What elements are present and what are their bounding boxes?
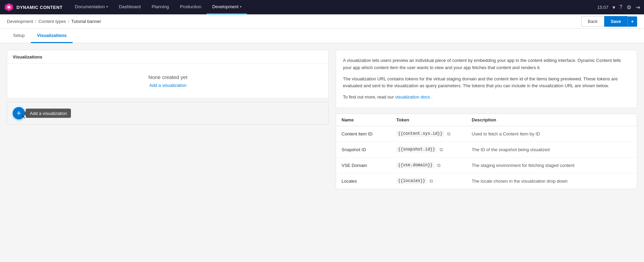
breadcrumb-development[interactable]: Development [7, 19, 33, 24]
nav-documentation[interactable]: Documentation ▾ [70, 0, 113, 14]
table-row: Content item ID {{content.sys.id}} ⧉ Use… [336, 126, 637, 142]
col-description-header: Description [472, 117, 631, 122]
visualizations-card-header: Visualizations [7, 50, 329, 64]
logo-icon [4, 2, 14, 12]
copy-icon-snapshot-id[interactable]: ⧉ [439, 146, 444, 153]
chevron-down-icon: ▾ [240, 5, 242, 9]
token-name-locales: Locales [342, 179, 396, 184]
token-name-vse-domain: VSE Domain [342, 163, 396, 168]
main-content: Visualizations None created yet Add a vi… [0, 43, 644, 261]
nav-development[interactable]: Development ▾ [207, 0, 247, 14]
token-table-header: Name Token Description [336, 114, 637, 126]
nav-items: Documentation ▾ Dashboard Planning Produ… [70, 0, 597, 14]
col-token-header: Token [396, 117, 472, 122]
right-panel: A visualization lets users preview an in… [336, 50, 637, 254]
save-dropdown-button[interactable]: ▾ [628, 16, 637, 27]
table-row: Locales {{locales}} ⧉ The locale chosen … [336, 173, 637, 189]
token-code-content-item-id: {{content.sys.id}} [396, 131, 444, 137]
back-button[interactable]: Back [581, 16, 604, 27]
tab-visualizations[interactable]: Visualizations [31, 29, 73, 43]
save-button[interactable]: Save [604, 16, 628, 27]
nav-right-area: 15:07 ▾ ? ⚙ ⇥ [597, 4, 640, 11]
add-visualization-fab-button[interactable]: + ↖ [13, 107, 25, 119]
left-panel: Visualizations None created yet Add a vi… [7, 50, 329, 254]
cursor-indicator: ↖ [21, 114, 26, 120]
token-value-cell-snapshot-id: {{snapshot.id}} ⧉ [396, 146, 472, 153]
breadcrumb-actions: Back Save ▾ [581, 16, 637, 27]
nav-time: 15:07 [597, 5, 609, 10]
token-value-cell-vse-domain: {{vse.domain}} ⧉ [396, 162, 472, 169]
breadcrumb-current: Tutorial banner [71, 19, 101, 24]
table-row: Snapshot ID {{snapshot.id}} ⧉ The ID of … [336, 142, 637, 158]
none-created-text: None created yet [13, 74, 323, 80]
nav-planning[interactable]: Planning [146, 0, 175, 14]
token-code-locales: {{locales}} [396, 178, 427, 184]
tab-row: Setup Visualizations [0, 29, 644, 43]
token-value-cell-locales: {{locales}} ⧉ [396, 178, 472, 185]
token-desc-locales: The locale chosen in the visualization d… [472, 179, 631, 184]
top-navigation: DYNAMIC CONTENT Documentation ▾ Dashboar… [0, 0, 644, 14]
bottom-bar: + ↖ Add a visualization [7, 102, 329, 125]
breadcrumb-content-types[interactable]: Content types [38, 19, 66, 24]
token-code-snapshot-id: {{snapshot.id}} [396, 146, 437, 153]
help-icon[interactable]: ? [619, 4, 622, 10]
logo-area[interactable]: DYNAMIC CONTENT [4, 2, 63, 12]
token-name-content-item-id: Content item ID [342, 131, 396, 136]
breadcrumb-sep-2: / [68, 19, 69, 24]
info-paragraph-2: The visualization URL contains tokens fo… [343, 76, 630, 90]
token-desc-vse-domain: The staging environment for fetching sta… [472, 163, 631, 168]
info-card: A visualization lets users preview an in… [336, 50, 637, 108]
add-visualization-link[interactable]: Add a visualization [149, 83, 186, 88]
info-paragraph-3: To find out more, read our visualization… [343, 94, 630, 101]
user-account-icon[interactable]: ⇥ [635, 4, 640, 11]
copy-icon-content-item-id[interactable]: ⧉ [446, 130, 451, 137]
token-code-vse-domain: {{vse.domain}} [396, 162, 434, 168]
copy-icon-locales[interactable]: ⧉ [429, 178, 434, 185]
chevron-down-icon: ▾ [106, 5, 108, 9]
token-desc-content-item-id: Used to fetch a Content Item by ID [472, 131, 631, 136]
logo-text: DYNAMIC CONTENT [16, 5, 63, 10]
col-name-header: Name [342, 117, 396, 122]
token-name-snapshot-id: Snapshot ID [342, 147, 396, 152]
visualization-docs-link[interactable]: visualization docs [395, 94, 430, 100]
token-table: Name Token Description Content item ID {… [336, 114, 637, 189]
token-desc-snapshot-id: The ID of the snapshot being visualized [472, 147, 631, 152]
visualizations-card: Visualizations None created yet Add a vi… [7, 50, 329, 99]
breadcrumb-sep-1: / [35, 19, 37, 24]
visualizations-card-body: None created yet Add a visualization [7, 64, 329, 98]
settings-icon[interactable]: ⚙ [627, 4, 631, 11]
nav-production[interactable]: Production [174, 0, 207, 14]
plus-icon: + [17, 109, 21, 117]
nav-dashboard[interactable]: Dashboard [113, 0, 146, 14]
token-value-cell-content-item-id: {{content.sys.id}} ⧉ [396, 130, 472, 137]
copy-icon-vse-domain[interactable]: ⧉ [436, 162, 441, 169]
add-visualization-tooltip: Add a visualization [26, 109, 71, 118]
info-paragraph-1: A visualization lets users preview an in… [343, 57, 630, 71]
breadcrumb: Development / Content types / Tutorial b… [7, 19, 101, 24]
table-row: VSE Domain {{vse.domain}} ⧉ The staging … [336, 158, 637, 173]
breadcrumb-bar: Development / Content types / Tutorial b… [0, 14, 644, 29]
tab-setup[interactable]: Setup [7, 29, 31, 43]
time-dropdown-icon[interactable]: ▾ [612, 4, 615, 11]
